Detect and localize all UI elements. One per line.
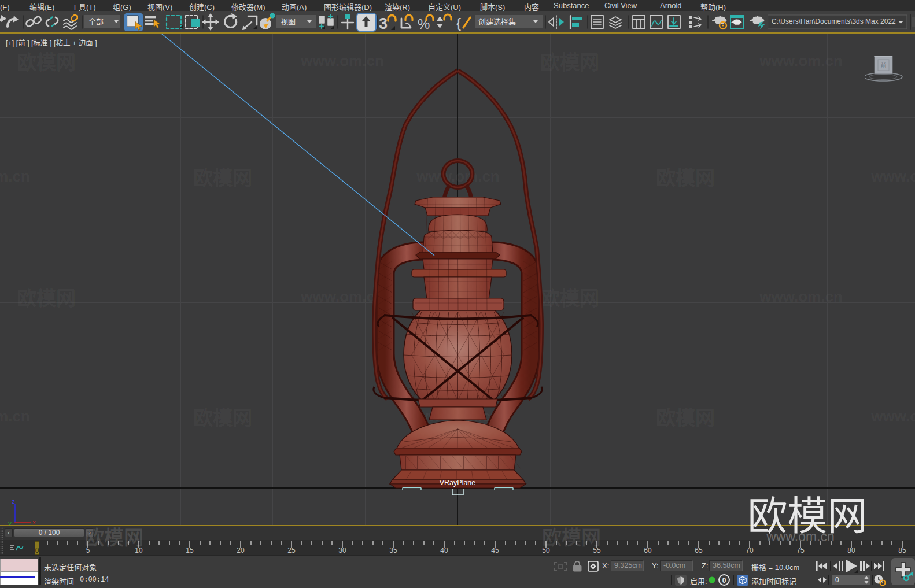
svg-text:0: 0 <box>722 576 726 585</box>
svg-text:x: x <box>32 520 36 525</box>
svg-text:前: 前 <box>881 61 887 69</box>
svg-text:3: 3 <box>379 15 388 32</box>
svg-text:z: z <box>12 499 15 505</box>
svg-text:视图: 视图 <box>281 16 296 27</box>
svg-text:y: y <box>8 521 12 525</box>
svg-text:{: { <box>456 15 461 31</box>
svg-text:全部: 全部 <box>88 16 104 27</box>
svg-text:%: % <box>418 16 430 32</box>
svg-text:创建选择集: 创建选择集 <box>478 16 516 27</box>
svg-text:C:\Users\Han\Documents\3ds Max: C:\Users\Han\Documents\3ds Max 2022 <box>772 17 896 25</box>
